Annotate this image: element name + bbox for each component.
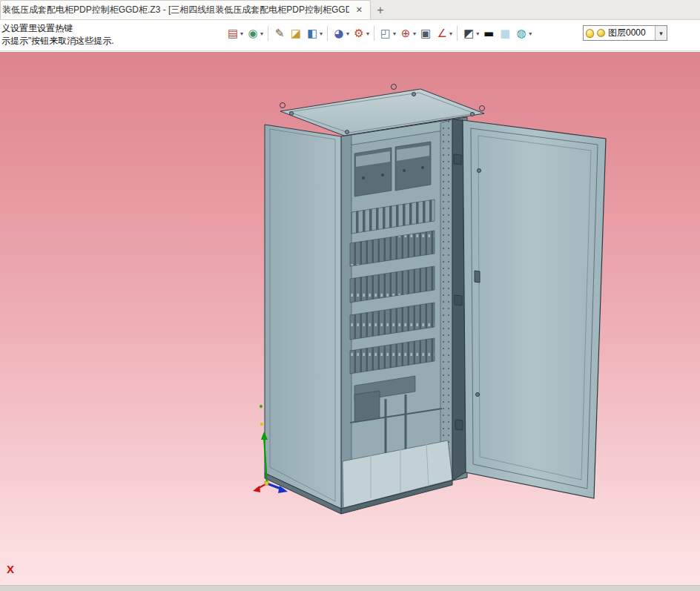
top-screw-3 (471, 113, 475, 116)
lifting-eye-1 (280, 103, 285, 108)
sketch-pencil-icon: ✎ (273, 27, 286, 40)
cabinet-interior-components[interactable] (341, 119, 452, 509)
face-color-swatch-icon-button[interactable]: ■ (498, 25, 512, 42)
tab-close-icon[interactable]: ✕ (354, 5, 364, 15)
measure-angle-icon-dropdown[interactable]: ▾ (449, 30, 452, 37)
line-width-icon: ▬ (482, 27, 495, 40)
shaded-sphere-icon-dropdown[interactable]: ▾ (346, 30, 349, 37)
measure-angle-icon-button[interactable]: ∠▾ (435, 25, 453, 42)
layer-visibility-bulb-icon[interactable] (586, 29, 594, 38)
window-restore-icon-button[interactable]: ▣ (418, 25, 433, 42)
toolbar-separator (374, 26, 374, 41)
perforated-rail-holes (440, 119, 452, 481)
document-tab[interactable]: 装低压成套配电柜PDP控制柜GGD柜.Z3 - [三相四线组装低压成套配电柜PD… (0, 0, 371, 19)
gear-icon: ⚙ (352, 27, 366, 40)
display-window-icon: ◩ (462, 27, 475, 40)
window-restore-icon: ▣ (419, 27, 432, 40)
hinge-2 (455, 295, 462, 306)
display-window-icon-button[interactable]: ◩▾ (461, 25, 480, 42)
layer-color-ball-icon[interactable] (597, 29, 605, 37)
clipboard-icon-dropdown[interactable]: ▾ (240, 30, 243, 37)
triad-x-arrow (253, 486, 260, 492)
cube-view-icon-dropdown[interactable]: ▾ (320, 30, 323, 37)
lifting-eye-2 (392, 85, 397, 90)
cabinet-left-panel[interactable] (265, 125, 341, 509)
toolbar-separator (327, 26, 328, 41)
sketch-pencil-icon-button[interactable]: ✎ (272, 25, 287, 42)
zoom-window-icon-button[interactable]: ◰▾ (378, 25, 397, 42)
layers-visibility-icon: ◍ (515, 27, 528, 40)
layers-visibility-icon-dropdown[interactable]: ▾ (529, 30, 532, 37)
display-window-icon-dropdown[interactable]: ▾ (476, 30, 479, 37)
hinge-3 (455, 420, 463, 430)
layer-combo-dropdown-icon[interactable]: ▾ (655, 26, 667, 40)
face-color-swatch-icon: ■ (498, 27, 512, 40)
cabinet-door[interactable] (463, 120, 606, 498)
toolbar-separator (457, 26, 458, 41)
cad-window: 装低压成套配电柜PDP控制柜GGD柜.Z3 - [三相四线组装低压成套配电柜PD… (0, 0, 700, 51)
new-tab-button[interactable]: + (371, 1, 390, 19)
cube-view-icon: ◧ (306, 27, 319, 40)
line-width-icon-button[interactable]: ▬ (481, 25, 496, 42)
toolbar-icons: ▤▾◉▾✎◪◧▾◕▾⚙▾◰▾⊕▾▣∠▾◩▾▬■◍▾ (225, 24, 533, 43)
document-tab-title: 装低压成套配电柜PDP控制柜GGD柜.Z3 - [三相四线组装低压成套配电柜PD… (2, 4, 349, 16)
axis-x-label: X (7, 563, 14, 575)
door-fastener-bottom (476, 393, 480, 397)
pan-move-icon-dropdown[interactable]: ▾ (413, 30, 416, 37)
render-style-icon: ◉ (246, 27, 260, 40)
triad-origin (265, 481, 268, 485)
pan-move-icon: ⊕ (399, 27, 412, 40)
measure-angle-icon: ∠ (435, 27, 449, 40)
render-style-icon-button[interactable]: ◉▾ (245, 25, 264, 42)
triad-mark-1 (260, 423, 263, 426)
toolbar: 义设置里设置热键 示提示"按钮来取消这些提示. ▤▾◉▾✎◪◧▾◕▾⚙▾◰▾⊕▾… (0, 20, 700, 51)
toolbar-separator (268, 26, 268, 41)
shaded-sphere-icon: ◕ (332, 27, 346, 40)
shaded-sphere-icon-button[interactable]: ◕▾ (331, 25, 350, 42)
cabinet-3d-model[interactable] (0, 52, 700, 585)
hint-line-1: 义设置里设置热键 (1, 22, 114, 35)
cube-view-icon-button[interactable]: ◧▾ (305, 25, 323, 42)
clipboard-icon: ▤ (226, 27, 240, 40)
layer-name: 图层0000 (608, 27, 655, 39)
pan-move-icon-button[interactable]: ⊕▾ (398, 25, 417, 42)
door-lock[interactable] (475, 271, 480, 283)
box-icon-button[interactable]: ◪ (288, 25, 303, 42)
lifting-eye-3 (480, 106, 485, 111)
document-tab-bar: 装低压成套配电柜PDP控制柜GGD柜.Z3 - [三相四线组装低压成套配电柜PD… (0, 0, 700, 20)
door-fastener-top (478, 169, 481, 173)
triad-mark-2 (260, 405, 262, 408)
zoom-window-icon-dropdown[interactable]: ▾ (393, 30, 396, 37)
top-screw-4 (346, 131, 349, 134)
layer-combo[interactable]: 图层0000 ▾ (583, 25, 667, 41)
clipboard-icon-button[interactable]: ▤▾ (225, 25, 244, 42)
render-style-icon-dropdown[interactable]: ▾ (260, 30, 263, 37)
lower-device-box[interactable] (354, 391, 380, 422)
box-icon: ◪ (289, 27, 303, 40)
gear-icon-button[interactable]: ⚙▾ (351, 25, 370, 42)
layers-visibility-icon-button[interactable]: ◍▾ (514, 25, 532, 42)
gear-icon-dropdown[interactable]: ▾ (366, 30, 369, 37)
status-bar (0, 585, 700, 591)
top-screw-2 (412, 93, 416, 96)
hinge-1 (454, 154, 461, 165)
top-screw-1 (290, 112, 294, 116)
zoom-window-icon: ◰ (379, 27, 392, 40)
viewport-3d[interactable]: X (0, 52, 700, 585)
hint-text: 义设置里设置热键 示提示"按钮来取消这些提示. (1, 22, 114, 47)
hint-line-2: 示提示"按钮来取消这些提示. (1, 35, 114, 47)
